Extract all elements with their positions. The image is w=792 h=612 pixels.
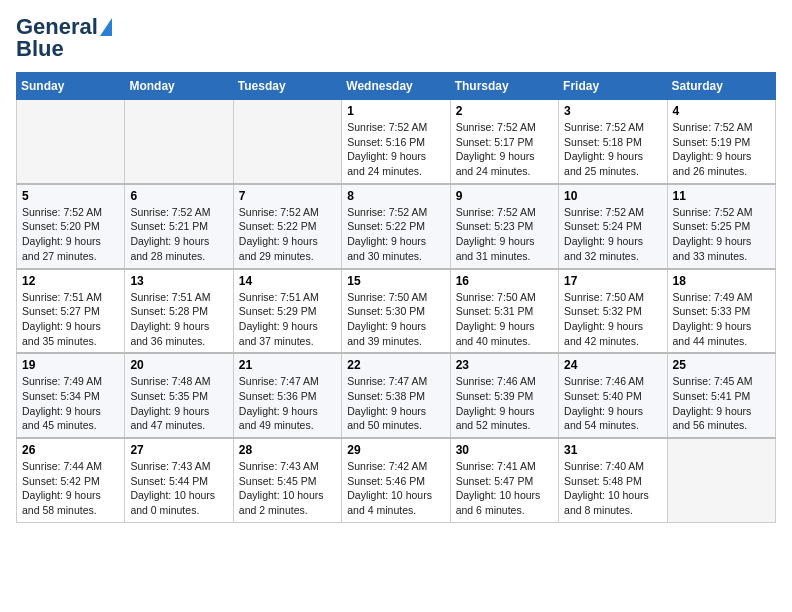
calendar-cell: 21Sunrise: 7:47 AM Sunset: 5:36 PM Dayli… [233, 353, 341, 438]
day-number: 24 [564, 358, 661, 372]
calendar-cell: 9Sunrise: 7:52 AM Sunset: 5:23 PM Daylig… [450, 184, 558, 269]
day-info: Sunrise: 7:52 AM Sunset: 5:18 PM Dayligh… [564, 120, 661, 179]
calendar-week-row: 12Sunrise: 7:51 AM Sunset: 5:27 PM Dayli… [17, 269, 776, 354]
day-info: Sunrise: 7:49 AM Sunset: 5:34 PM Dayligh… [22, 374, 119, 433]
calendar: SundayMondayTuesdayWednesdayThursdayFrid… [16, 72, 776, 523]
day-number: 7 [239, 189, 336, 203]
day-info: Sunrise: 7:52 AM Sunset: 5:23 PM Dayligh… [456, 205, 553, 264]
day-info: Sunrise: 7:52 AM Sunset: 5:21 PM Dayligh… [130, 205, 227, 264]
day-info: Sunrise: 7:52 AM Sunset: 5:20 PM Dayligh… [22, 205, 119, 264]
calendar-header-friday: Friday [559, 73, 667, 100]
calendar-header-row: SundayMondayTuesdayWednesdayThursdayFrid… [17, 73, 776, 100]
calendar-header-saturday: Saturday [667, 73, 775, 100]
day-number: 25 [673, 358, 770, 372]
day-number: 21 [239, 358, 336, 372]
day-info: Sunrise: 7:52 AM Sunset: 5:16 PM Dayligh… [347, 120, 444, 179]
day-number: 5 [22, 189, 119, 203]
calendar-cell: 29Sunrise: 7:42 AM Sunset: 5:46 PM Dayli… [342, 438, 450, 522]
calendar-week-row: 19Sunrise: 7:49 AM Sunset: 5:34 PM Dayli… [17, 353, 776, 438]
day-number: 31 [564, 443, 661, 457]
calendar-cell [125, 100, 233, 184]
calendar-cell: 15Sunrise: 7:50 AM Sunset: 5:30 PM Dayli… [342, 269, 450, 354]
calendar-header-tuesday: Tuesday [233, 73, 341, 100]
day-number: 30 [456, 443, 553, 457]
day-info: Sunrise: 7:50 AM Sunset: 5:30 PM Dayligh… [347, 290, 444, 349]
calendar-cell: 1Sunrise: 7:52 AM Sunset: 5:16 PM Daylig… [342, 100, 450, 184]
day-info: Sunrise: 7:46 AM Sunset: 5:39 PM Dayligh… [456, 374, 553, 433]
day-number: 26 [22, 443, 119, 457]
day-number: 28 [239, 443, 336, 457]
calendar-cell: 13Sunrise: 7:51 AM Sunset: 5:28 PM Dayli… [125, 269, 233, 354]
day-number: 4 [673, 104, 770, 118]
day-number: 2 [456, 104, 553, 118]
day-number: 22 [347, 358, 444, 372]
calendar-cell: 2Sunrise: 7:52 AM Sunset: 5:17 PM Daylig… [450, 100, 558, 184]
day-number: 12 [22, 274, 119, 288]
calendar-cell: 19Sunrise: 7:49 AM Sunset: 5:34 PM Dayli… [17, 353, 125, 438]
day-info: Sunrise: 7:43 AM Sunset: 5:44 PM Dayligh… [130, 459, 227, 518]
calendar-week-row: 26Sunrise: 7:44 AM Sunset: 5:42 PM Dayli… [17, 438, 776, 522]
day-info: Sunrise: 7:50 AM Sunset: 5:32 PM Dayligh… [564, 290, 661, 349]
calendar-cell [667, 438, 775, 522]
day-info: Sunrise: 7:52 AM Sunset: 5:24 PM Dayligh… [564, 205, 661, 264]
calendar-cell: 3Sunrise: 7:52 AM Sunset: 5:18 PM Daylig… [559, 100, 667, 184]
day-info: Sunrise: 7:51 AM Sunset: 5:28 PM Dayligh… [130, 290, 227, 349]
day-number: 16 [456, 274, 553, 288]
day-number: 27 [130, 443, 227, 457]
calendar-cell: 20Sunrise: 7:48 AM Sunset: 5:35 PM Dayli… [125, 353, 233, 438]
day-info: Sunrise: 7:52 AM Sunset: 5:22 PM Dayligh… [239, 205, 336, 264]
calendar-cell: 31Sunrise: 7:40 AM Sunset: 5:48 PM Dayli… [559, 438, 667, 522]
day-info: Sunrise: 7:52 AM Sunset: 5:25 PM Dayligh… [673, 205, 770, 264]
calendar-cell: 7Sunrise: 7:52 AM Sunset: 5:22 PM Daylig… [233, 184, 341, 269]
calendar-cell: 27Sunrise: 7:43 AM Sunset: 5:44 PM Dayli… [125, 438, 233, 522]
day-number: 18 [673, 274, 770, 288]
day-number: 11 [673, 189, 770, 203]
calendar-header-thursday: Thursday [450, 73, 558, 100]
day-number: 3 [564, 104, 661, 118]
calendar-cell [17, 100, 125, 184]
day-number: 23 [456, 358, 553, 372]
day-info: Sunrise: 7:51 AM Sunset: 5:27 PM Dayligh… [22, 290, 119, 349]
calendar-header-sunday: Sunday [17, 73, 125, 100]
calendar-week-row: 5Sunrise: 7:52 AM Sunset: 5:20 PM Daylig… [17, 184, 776, 269]
logo-text-general: General [16, 16, 98, 38]
day-number: 1 [347, 104, 444, 118]
logo-icon [100, 18, 112, 36]
day-number: 13 [130, 274, 227, 288]
header: General Blue [16, 16, 776, 60]
logo-text-blue: Blue [16, 38, 64, 60]
calendar-header-wednesday: Wednesday [342, 73, 450, 100]
day-info: Sunrise: 7:41 AM Sunset: 5:47 PM Dayligh… [456, 459, 553, 518]
calendar-cell: 30Sunrise: 7:41 AM Sunset: 5:47 PM Dayli… [450, 438, 558, 522]
day-number: 17 [564, 274, 661, 288]
day-info: Sunrise: 7:45 AM Sunset: 5:41 PM Dayligh… [673, 374, 770, 433]
day-info: Sunrise: 7:44 AM Sunset: 5:42 PM Dayligh… [22, 459, 119, 518]
day-info: Sunrise: 7:49 AM Sunset: 5:33 PM Dayligh… [673, 290, 770, 349]
calendar-cell: 14Sunrise: 7:51 AM Sunset: 5:29 PM Dayli… [233, 269, 341, 354]
calendar-cell: 16Sunrise: 7:50 AM Sunset: 5:31 PM Dayli… [450, 269, 558, 354]
day-info: Sunrise: 7:52 AM Sunset: 5:22 PM Dayligh… [347, 205, 444, 264]
calendar-cell: 6Sunrise: 7:52 AM Sunset: 5:21 PM Daylig… [125, 184, 233, 269]
day-number: 8 [347, 189, 444, 203]
day-info: Sunrise: 7:50 AM Sunset: 5:31 PM Dayligh… [456, 290, 553, 349]
calendar-cell: 5Sunrise: 7:52 AM Sunset: 5:20 PM Daylig… [17, 184, 125, 269]
day-number: 10 [564, 189, 661, 203]
day-info: Sunrise: 7:52 AM Sunset: 5:17 PM Dayligh… [456, 120, 553, 179]
calendar-cell [233, 100, 341, 184]
day-info: Sunrise: 7:51 AM Sunset: 5:29 PM Dayligh… [239, 290, 336, 349]
day-info: Sunrise: 7:47 AM Sunset: 5:38 PM Dayligh… [347, 374, 444, 433]
calendar-header-monday: Monday [125, 73, 233, 100]
day-info: Sunrise: 7:43 AM Sunset: 5:45 PM Dayligh… [239, 459, 336, 518]
day-info: Sunrise: 7:46 AM Sunset: 5:40 PM Dayligh… [564, 374, 661, 433]
calendar-cell: 17Sunrise: 7:50 AM Sunset: 5:32 PM Dayli… [559, 269, 667, 354]
day-info: Sunrise: 7:42 AM Sunset: 5:46 PM Dayligh… [347, 459, 444, 518]
calendar-cell: 26Sunrise: 7:44 AM Sunset: 5:42 PM Dayli… [17, 438, 125, 522]
day-number: 20 [130, 358, 227, 372]
calendar-cell: 28Sunrise: 7:43 AM Sunset: 5:45 PM Dayli… [233, 438, 341, 522]
calendar-cell: 18Sunrise: 7:49 AM Sunset: 5:33 PM Dayli… [667, 269, 775, 354]
day-info: Sunrise: 7:52 AM Sunset: 5:19 PM Dayligh… [673, 120, 770, 179]
day-number: 19 [22, 358, 119, 372]
day-info: Sunrise: 7:47 AM Sunset: 5:36 PM Dayligh… [239, 374, 336, 433]
calendar-cell: 8Sunrise: 7:52 AM Sunset: 5:22 PM Daylig… [342, 184, 450, 269]
calendar-cell: 25Sunrise: 7:45 AM Sunset: 5:41 PM Dayli… [667, 353, 775, 438]
